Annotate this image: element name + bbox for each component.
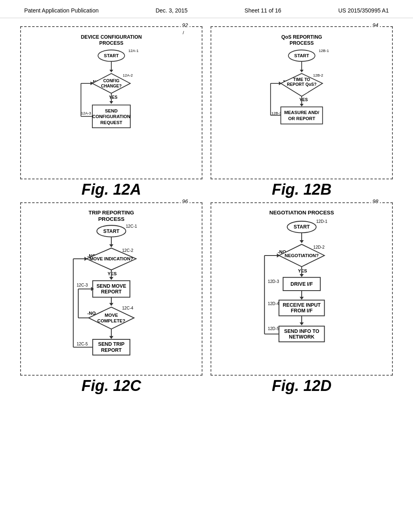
svg-text:REQUEST: REQUEST (100, 120, 123, 125)
svg-text:FROM I/F: FROM I/F (291, 308, 313, 314)
svg-text:REPORT QoS?: REPORT QoS? (287, 82, 317, 87)
svg-text:12C-2: 12C-2 (122, 248, 133, 253)
svg-marker-91 (300, 240, 304, 243)
svg-text:QoS REPORTING: QoS REPORTING (281, 34, 322, 40)
svg-text:12A-1: 12A-1 (128, 48, 138, 53)
svg-text:START: START (104, 53, 119, 58)
svg-text:COMPLETE?: COMPLETE? (97, 318, 125, 323)
fig12b-label: 94 (371, 22, 380, 28)
fig12a-caption: Fig. 12A (20, 181, 202, 198)
svg-text:NEGOTIATION?: NEGOTIATION? (285, 253, 319, 258)
fig12c-diagram: TRIP REPORTING PROCESS 12C-1 START -NO 1… (25, 207, 198, 372)
svg-text:YES: YES (108, 271, 117, 276)
svg-text:12D-5: 12D-5 (268, 326, 279, 331)
svg-rect-40 (281, 107, 323, 124)
svg-text:CONFIG: CONFIG (103, 79, 119, 83)
svg-text:CHANGE?: CHANGE? (101, 84, 121, 88)
svg-text:TRIP REPORTING: TRIP REPORTING (89, 210, 134, 216)
svg-text:12A-3: 12A-3 (81, 111, 91, 115)
svg-text:12C-4: 12C-4 (122, 306, 133, 310)
svg-text:DRIVE I/F: DRIVE I/F (290, 281, 313, 287)
svg-text:START: START (103, 229, 120, 234)
svg-marker-46 (279, 81, 282, 85)
svg-text:YES: YES (299, 98, 308, 102)
svg-text:YES: YES (298, 268, 307, 273)
svg-marker-66 (109, 303, 113, 306)
fig12b-diagram: QoS REPORTING PROCESS 12B-1 START -NO 12… (215, 31, 388, 160)
svg-text:12D-1: 12D-1 (316, 219, 327, 224)
svg-marker-38 (300, 104, 303, 107)
svg-text:12A-2: 12A-2 (123, 73, 133, 77)
fig12a-label: 92 (181, 22, 190, 28)
svg-marker-14 (109, 101, 113, 104)
fig12a-container: 92 / DEVICE CONFIGURATION PROCESS 12A-1 … (20, 26, 202, 198)
header-sheet: Sheet 11 of 16 (244, 7, 281, 14)
fig12a-diagram: DEVICE CONFIGURATION PROCESS 12A-1 START… (25, 31, 198, 160)
svg-marker-6 (109, 70, 113, 73)
header: Patent Application Publication Dec. 3, 2… (0, 0, 413, 18)
svg-text:SEND MOVE: SEND MOVE (96, 283, 126, 289)
svg-marker-73 (109, 336, 113, 339)
svg-text:SEND TRIP: SEND TRIP (98, 341, 125, 347)
svg-text:12D-4: 12D-4 (268, 301, 279, 306)
svg-text:OR REPORT: OR REPORT (288, 116, 315, 121)
svg-marker-30 (300, 70, 303, 73)
svg-marker-103 (300, 297, 304, 299)
header-center: Dec. 3, 2015 (156, 7, 188, 14)
fig12b-container: 94 QoS REPORTING PROCESS 12B-1 START -NO… (211, 26, 393, 198)
svg-text:MEASURE AND/: MEASURE AND/ (284, 110, 320, 115)
header-right: US 2015/350995 A1 (338, 7, 389, 14)
fig12d-diagram: NEGOTIATION PROCESS 12D-1 START -NO 12D-… (215, 207, 388, 372)
svg-marker-109 (300, 322, 304, 325)
svg-text:START: START (294, 53, 309, 58)
svg-text:TIME TO: TIME TO (293, 77, 310, 82)
svg-text:CONFIGURATION: CONFIGURATION (92, 114, 130, 119)
svg-text:REPORT: REPORT (101, 289, 122, 295)
svg-text:START: START (294, 224, 310, 230)
svg-text:12B-1: 12B-1 (319, 48, 329, 53)
svg-text:12B-3: 12B-3 (271, 111, 282, 115)
svg-text:PROCESS: PROCESS (99, 40, 123, 46)
svg-marker-60 (109, 277, 113, 280)
svg-marker-53 (109, 244, 113, 247)
svg-text:RECEIVE INPUT: RECEIVE INPUT (283, 302, 321, 308)
svg-marker-85 (84, 257, 87, 261)
fig12c-caption: Fig. 12C (20, 377, 202, 395)
svg-text:12D-2: 12D-2 (313, 245, 325, 249)
svg-text:SEND INFO TO: SEND INFO TO (284, 328, 319, 334)
fig12d-label: 98 (371, 198, 380, 204)
svg-text:YES: YES (109, 95, 117, 100)
svg-text:DEVICE CONFIGURATION: DEVICE CONFIGURATION (81, 34, 142, 40)
svg-text:SEND: SEND (105, 108, 117, 113)
svg-text:12C-5: 12C-5 (77, 342, 88, 346)
svg-text:MOVE: MOVE (104, 313, 118, 318)
header-left: Patent Application Publication (24, 7, 98, 14)
svg-text:12C-1: 12C-1 (126, 224, 137, 229)
svg-text:MOVE INDICATION?: MOVE INDICATION? (90, 256, 133, 261)
fig12c-container: 96 TRIP REPORTING PROCESS 12C-1 START -N… (20, 202, 202, 395)
fig12d-caption: Fig. 12D (211, 377, 393, 395)
fig12b-caption: Fig. 12B (211, 181, 393, 198)
svg-marker-98 (300, 274, 304, 277)
svg-text:12D-3: 12D-3 (268, 279, 279, 284)
svg-text:PROCESS: PROCESS (98, 216, 124, 222)
svg-text:PROCESS: PROCESS (290, 40, 314, 46)
svg-text:REPORT: REPORT (101, 347, 122, 353)
svg-text:12B-2: 12B-2 (313, 73, 323, 77)
svg-text:12C-3: 12C-3 (77, 283, 88, 287)
svg-text:NEGOTIATION PROCESS: NEGOTIATION PROCESS (269, 210, 334, 216)
svg-text:NETWORK: NETWORK (289, 334, 315, 340)
fig12c-label: 96 (181, 198, 190, 204)
fig12d-container: 98 NEGOTIATION PROCESS 12D-1 START -NO 1… (211, 202, 393, 395)
